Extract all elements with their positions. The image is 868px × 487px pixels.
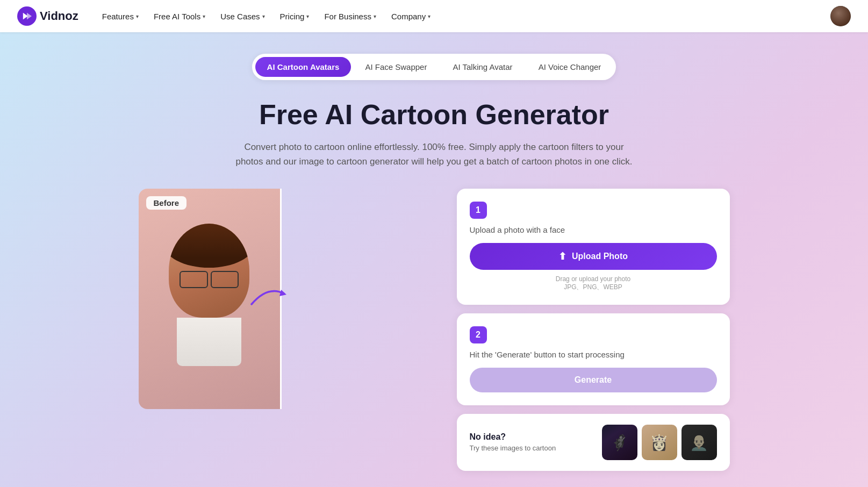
- nav-items: Features ▾ Free AI Tools ▾ Use Cases ▾ P…: [96, 8, 830, 25]
- tab-bar: AI Cartoon Avatars AI Face Swapper AI Ta…: [252, 54, 616, 80]
- nav-use-cases[interactable]: Use Cases ▾: [214, 8, 271, 25]
- logo-text: Vidnoz: [40, 9, 78, 23]
- upload-icon: ⬆: [558, 250, 566, 262]
- nav-pricing[interactable]: Pricing ▾: [274, 8, 316, 25]
- try-text: Try these images to cartoon: [470, 444, 593, 452]
- right-panel: 1 Upload a photo with a face ⬆ Upload Ph…: [457, 189, 730, 471]
- upload-photo-button[interactable]: ⬆ Upload Photo: [470, 243, 717, 270]
- no-idea-label: No idea?: [470, 432, 593, 442]
- tab-ai-talking-avatar[interactable]: AI Talking Avatar: [441, 57, 524, 77]
- sample-images-row: [602, 425, 717, 460]
- svg-marker-1: [279, 290, 286, 296]
- step-2-description: Hit the 'Generate' button to start proce…: [470, 350, 717, 359]
- hero-subtitle: Convert photo to cartoon online effortle…: [230, 140, 639, 169]
- tab-ai-face-swapper[interactable]: AI Face Swapper: [353, 57, 439, 77]
- navbar: Vidnoz Features ▾ Free AI Tools ▾ Use Ca…: [0, 0, 868, 32]
- sample-images-card: No idea? Try these images to cartoon: [457, 414, 730, 471]
- tab-ai-voice-changer[interactable]: AI Voice Changer: [527, 57, 613, 77]
- before-after-image: Before: [139, 189, 440, 409]
- step-2-number: 2: [470, 326, 487, 343]
- generate-card: 2 Hit the 'Generate' button to start pro…: [457, 313, 730, 405]
- upload-hint: Drag or upload your photo JPG、PNG、WEBP: [470, 275, 717, 292]
- nav-company[interactable]: Company ▾: [385, 8, 437, 25]
- nav-for-business[interactable]: For Business ▾: [318, 8, 383, 25]
- user-avatar[interactable]: [830, 6, 851, 26]
- chevron-down-icon: ▾: [374, 13, 376, 19]
- chevron-down-icon: ▾: [203, 13, 205, 19]
- sample-image-1[interactable]: [602, 425, 637, 460]
- sample-image-3[interactable]: [682, 425, 717, 460]
- rf-glasses: [180, 271, 239, 288]
- chevron-down-icon: ▾: [428, 13, 431, 19]
- step-1-description: Upload a photo with a face: [470, 225, 717, 234]
- vidnoz-logo-icon: [17, 6, 37, 26]
- tab-ai-cartoon-avatars[interactable]: AI Cartoon Avatars: [255, 57, 351, 77]
- generate-button[interactable]: Generate: [470, 368, 717, 392]
- main-content: AI Cartoon Avatars AI Face Swapper AI Ta…: [0, 32, 868, 482]
- rf-hair: [169, 224, 249, 268]
- arrow-decoration: [246, 283, 289, 310]
- sample-image-2[interactable]: [642, 425, 677, 460]
- rf-head: [169, 224, 249, 318]
- upload-card: 1 Upload a photo with a face ⬆ Upload Ph…: [457, 189, 730, 305]
- two-column-layout: Before: [139, 189, 730, 471]
- chevron-down-icon: ▾: [136, 13, 139, 19]
- before-label: Before: [146, 196, 187, 210]
- sample-text: No idea? Try these images to cartoon: [470, 432, 593, 452]
- nav-free-ai-tools[interactable]: Free AI Tools ▾: [147, 8, 212, 25]
- logo-link[interactable]: Vidnoz: [17, 6, 78, 26]
- chevron-down-icon: ▾: [262, 13, 265, 19]
- step-1-number: 1: [470, 202, 487, 219]
- rf-body: [177, 318, 241, 366]
- chevron-down-icon: ▾: [306, 13, 309, 19]
- page-title: Free AI Cartoon Generator: [259, 99, 609, 130]
- nav-features[interactable]: Features ▾: [96, 8, 145, 25]
- avatar-image: [830, 6, 851, 26]
